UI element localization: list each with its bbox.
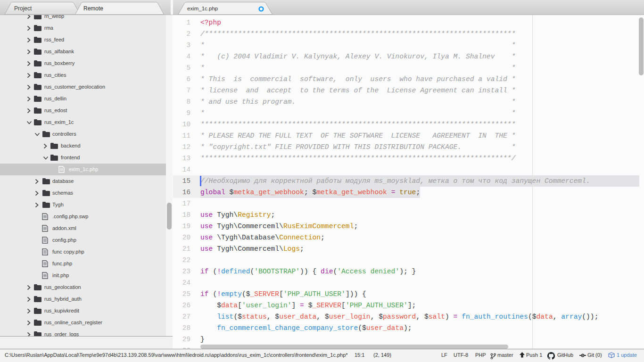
svg-text:Project: Project <box>14 5 32 12</box>
svg-text:exim_1c.php: exim_1c.php <box>187 6 218 11</box>
svg-text:Remote: Remote <box>83 5 103 12</box>
